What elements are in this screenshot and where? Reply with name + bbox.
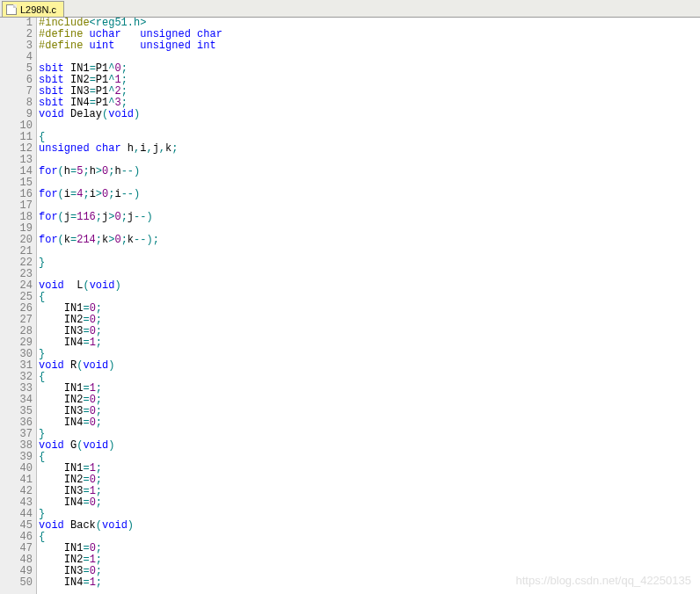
code-line[interactable]: IN4=1; — [39, 337, 700, 349]
tab-bar: L298N.c — [0, 0, 700, 18]
line-number: 50 — [0, 577, 33, 589]
code-line[interactable]: void R(void) — [39, 360, 700, 372]
code-line[interactable]: { — [39, 292, 700, 303]
code-line[interactable] — [39, 120, 700, 132]
code-line[interactable]: IN3=0; — [39, 326, 700, 337]
code-line[interactable]: { — [39, 452, 700, 463]
code-line[interactable]: unsigned char h,i,j,k; — [39, 143, 700, 155]
code-line[interactable]: void Back(void) — [39, 520, 700, 532]
code-line[interactable]: #define uint unsigned int — [39, 40, 700, 52]
code-line[interactable] — [39, 246, 700, 257]
code-line[interactable]: } — [39, 429, 700, 440]
code-line[interactable]: for(i=4;i>0;i--) — [39, 189, 700, 200]
code-line[interactable]: void L(void) — [39, 280, 700, 292]
code-line[interactable]: for(k=214;k>0;k--); — [39, 235, 700, 246]
code-line[interactable]: IN4=0; — [39, 497, 700, 509]
code-line[interactable]: { — [39, 532, 700, 543]
code-line[interactable]: } — [39, 509, 700, 520]
line-number-gutter: 1234567891011121314151617181920212223242… — [0, 18, 37, 594]
code-content[interactable]: #include<reg51.h>#define uchar unsigned … — [37, 18, 700, 594]
file-icon — [6, 4, 17, 15]
code-line[interactable]: IN4=0; — [39, 417, 700, 429]
code-line[interactable]: } — [39, 349, 700, 360]
code-line[interactable]: sbit IN3=P1^2; — [39, 86, 700, 98]
code-line[interactable]: IN1=0; — [39, 303, 700, 315]
code-line[interactable] — [39, 269, 700, 280]
code-line[interactable]: IN3=1; — [39, 486, 700, 497]
code-line[interactable]: void G(void) — [39, 440, 700, 452]
code-line[interactable]: IN3=0; — [39, 406, 700, 417]
file-tab[interactable]: L298N.c — [2, 1, 64, 17]
code-line[interactable]: } — [39, 257, 700, 269]
code-line[interactable]: IN4=1; — [39, 577, 700, 589]
code-line[interactable]: sbit IN2=P1^1; — [39, 75, 700, 86]
code-line[interactable]: IN2=0; — [39, 395, 700, 406]
code-line[interactable]: IN2=0; — [39, 474, 700, 486]
code-line[interactable]: IN3=0; — [39, 566, 700, 577]
code-line[interactable] — [39, 52, 700, 63]
code-line[interactable]: for(h=5;h>0;h--) — [39, 166, 700, 177]
code-line[interactable]: for(j=116;j>0;j--) — [39, 212, 700, 223]
code-line[interactable]: { — [39, 372, 700, 383]
code-line[interactable]: sbit IN1=P1^0; — [39, 63, 700, 75]
tab-filename: L298N.c — [20, 4, 56, 15]
code-editor[interactable]: 1234567891011121314151617181920212223242… — [0, 18, 700, 594]
code-line[interactable]: void Delay(void) — [39, 109, 700, 120]
code-line[interactable]: IN2=1; — [39, 554, 700, 566]
code-line[interactable]: IN1=1; — [39, 463, 700, 474]
code-line[interactable]: IN2=0; — [39, 315, 700, 326]
code-line[interactable]: IN1=1; — [39, 383, 700, 395]
code-line[interactable]: IN1=0; — [39, 543, 700, 554]
